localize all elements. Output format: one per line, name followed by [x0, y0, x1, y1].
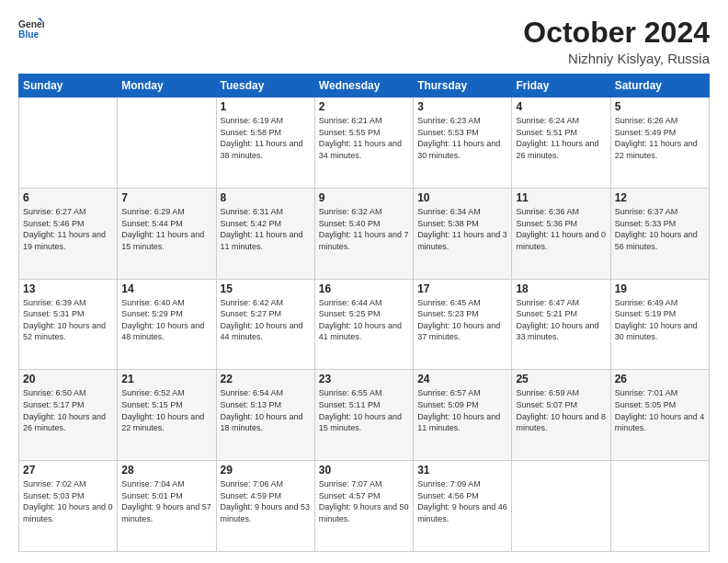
table-row: 23 Sunrise: 6:55 AMSunset: 5:11 PMDaylig… [314, 370, 413, 461]
table-row: 27 Sunrise: 7:02 AMSunset: 5:03 PMDaylig… [19, 461, 118, 552]
day-number: 27 [23, 464, 113, 477]
day-info: Sunrise: 7:04 AMSunset: 5:01 PMDaylight:… [121, 478, 211, 524]
header: General Blue October 2024 Nizhniy Kislya… [18, 17, 710, 66]
week-row-3: 13 Sunrise: 6:39 AMSunset: 5:31 PMDaylig… [19, 279, 710, 370]
day-number: 15 [221, 282, 311, 295]
col-friday: Friday [512, 75, 610, 98]
day-number: 14 [121, 282, 211, 295]
day-info: Sunrise: 6:34 AMSunset: 5:38 PMDaylight:… [417, 206, 507, 252]
day-number: 10 [417, 191, 507, 204]
table-row: 18 Sunrise: 6:47 AMSunset: 5:21 PMDaylig… [512, 279, 610, 370]
day-number: 21 [121, 373, 211, 385]
table-row: 10 Sunrise: 6:34 AMSunset: 5:38 PMDaylig… [414, 188, 512, 279]
table-row: 4 Sunrise: 6:24 AMSunset: 5:51 PMDayligh… [512, 98, 610, 189]
day-number: 25 [516, 373, 606, 385]
day-info: Sunrise: 7:01 AMSunset: 5:05 PMDaylight:… [615, 387, 705, 433]
day-info: Sunrise: 6:31 AMSunset: 5:42 PMDaylight:… [221, 206, 311, 252]
day-info: Sunrise: 6:27 AMSunset: 5:46 PMDaylight:… [23, 206, 113, 252]
day-info: Sunrise: 6:59 AMSunset: 5:07 PMDaylight:… [516, 387, 606, 433]
table-row: 30 Sunrise: 7:07 AMSunset: 4:57 PMDaylig… [314, 461, 413, 552]
day-number: 7 [121, 191, 211, 204]
table-row: 26 Sunrise: 7:01 AMSunset: 5:05 PMDaylig… [610, 370, 709, 461]
table-row: 28 Sunrise: 7:04 AMSunset: 5:01 PMDaylig… [118, 461, 216, 552]
day-number: 28 [121, 464, 211, 477]
day-info: Sunrise: 6:40 AMSunset: 5:29 PMDaylight:… [121, 297, 211, 343]
col-saturday: Saturday [610, 75, 709, 98]
table-row: 8 Sunrise: 6:31 AMSunset: 5:42 PMDayligh… [216, 188, 314, 279]
day-number: 31 [417, 464, 507, 477]
day-info: Sunrise: 7:06 AMSunset: 4:59 PMDaylight:… [221, 478, 311, 524]
table-row: 29 Sunrise: 7:06 AMSunset: 4:59 PMDaylig… [216, 461, 314, 552]
day-info: Sunrise: 6:52 AMSunset: 5:15 PMDaylight:… [121, 387, 211, 433]
table-row: 24 Sunrise: 6:57 AMSunset: 5:09 PMDaylig… [414, 370, 512, 461]
svg-text:Blue: Blue [18, 29, 40, 40]
day-info: Sunrise: 6:50 AMSunset: 5:17 PMDaylight:… [23, 387, 113, 433]
table-row [19, 98, 118, 189]
day-info: Sunrise: 7:09 AMSunset: 4:56 PMDaylight:… [417, 478, 507, 524]
month-title: October 2024 [523, 17, 710, 49]
day-number: 1 [221, 100, 311, 113]
table-row: 6 Sunrise: 6:27 AMSunset: 5:46 PMDayligh… [19, 188, 118, 279]
table-row: 16 Sunrise: 6:44 AMSunset: 5:25 PMDaylig… [314, 279, 413, 370]
col-tuesday: Tuesday [216, 75, 314, 98]
day-number: 20 [23, 373, 113, 385]
table-row: 9 Sunrise: 6:32 AMSunset: 5:40 PMDayligh… [314, 188, 413, 279]
day-number: 4 [516, 100, 606, 113]
table-row: 7 Sunrise: 6:29 AMSunset: 5:44 PMDayligh… [118, 188, 216, 279]
day-info: Sunrise: 6:36 AMSunset: 5:36 PMDaylight:… [516, 206, 606, 252]
day-info: Sunrise: 6:24 AMSunset: 5:51 PMDaylight:… [516, 115, 606, 161]
table-row: 19 Sunrise: 6:49 AMSunset: 5:19 PMDaylig… [610, 279, 709, 370]
day-info: Sunrise: 6:23 AMSunset: 5:53 PMDaylight:… [417, 115, 507, 161]
week-row-2: 6 Sunrise: 6:27 AMSunset: 5:46 PMDayligh… [19, 188, 710, 279]
day-info: Sunrise: 6:39 AMSunset: 5:31 PMDaylight:… [23, 297, 113, 343]
day-info: Sunrise: 6:55 AMSunset: 5:11 PMDaylight:… [319, 387, 409, 433]
day-number: 9 [319, 191, 409, 204]
day-number: 18 [516, 282, 606, 295]
svg-text:General: General [18, 19, 44, 29]
day-info: Sunrise: 6:37 AMSunset: 5:33 PMDaylight:… [615, 206, 705, 252]
day-info: Sunrise: 6:29 AMSunset: 5:44 PMDaylight:… [121, 206, 211, 252]
day-info: Sunrise: 6:32 AMSunset: 5:40 PMDaylight:… [319, 206, 409, 252]
day-number: 6 [23, 191, 113, 204]
day-number: 24 [417, 373, 507, 385]
calendar-header-row: Sunday Monday Tuesday Wednesday Thursday… [19, 75, 710, 98]
day-number: 17 [417, 282, 507, 295]
day-info: Sunrise: 6:57 AMSunset: 5:09 PMDaylight:… [417, 387, 507, 433]
col-thursday: Thursday [414, 75, 512, 98]
day-number: 3 [417, 100, 507, 113]
table-row [512, 461, 610, 552]
week-row-1: 1 Sunrise: 6:19 AMSunset: 5:58 PMDayligh… [19, 98, 710, 189]
page: General Blue October 2024 Nizhniy Kislya… [0, 0, 728, 563]
day-number: 13 [23, 282, 113, 295]
day-number: 16 [319, 282, 409, 295]
col-wednesday: Wednesday [314, 75, 413, 98]
day-info: Sunrise: 6:47 AMSunset: 5:21 PMDaylight:… [516, 297, 606, 343]
table-row: 31 Sunrise: 7:09 AMSunset: 4:56 PMDaylig… [414, 461, 512, 552]
table-row [610, 461, 709, 552]
table-row: 5 Sunrise: 6:26 AMSunset: 5:49 PMDayligh… [610, 98, 709, 189]
day-number: 11 [516, 191, 606, 204]
week-row-5: 27 Sunrise: 7:02 AMSunset: 5:03 PMDaylig… [19, 461, 710, 552]
day-info: Sunrise: 6:26 AMSunset: 5:49 PMDaylight:… [615, 115, 705, 161]
week-row-4: 20 Sunrise: 6:50 AMSunset: 5:17 PMDaylig… [19, 370, 710, 461]
day-info: Sunrise: 6:19 AMSunset: 5:58 PMDaylight:… [221, 115, 311, 161]
logo: General Blue [18, 17, 44, 42]
logo-icon: General Blue [18, 17, 44, 42]
day-info: Sunrise: 6:44 AMSunset: 5:25 PMDaylight:… [319, 297, 409, 343]
col-sunday: Sunday [19, 75, 118, 98]
day-info: Sunrise: 6:42 AMSunset: 5:27 PMDaylight:… [221, 297, 311, 343]
day-info: Sunrise: 7:07 AMSunset: 4:57 PMDaylight:… [319, 478, 409, 524]
table-row: 1 Sunrise: 6:19 AMSunset: 5:58 PMDayligh… [216, 98, 314, 189]
location-title: Nizhniy Kislyay, Russia [523, 51, 710, 66]
title-block: October 2024 Nizhniy Kislyay, Russia [523, 17, 710, 66]
day-number: 29 [221, 464, 311, 477]
table-row: 13 Sunrise: 6:39 AMSunset: 5:31 PMDaylig… [19, 279, 118, 370]
day-number: 5 [615, 100, 705, 113]
day-number: 22 [221, 373, 311, 385]
table-row: 3 Sunrise: 6:23 AMSunset: 5:53 PMDayligh… [414, 98, 512, 189]
table-row: 20 Sunrise: 6:50 AMSunset: 5:17 PMDaylig… [19, 370, 118, 461]
table-row: 25 Sunrise: 6:59 AMSunset: 5:07 PMDaylig… [512, 370, 610, 461]
table-row: 12 Sunrise: 6:37 AMSunset: 5:33 PMDaylig… [610, 188, 709, 279]
day-number: 26 [615, 373, 705, 385]
day-number: 2 [319, 100, 409, 113]
